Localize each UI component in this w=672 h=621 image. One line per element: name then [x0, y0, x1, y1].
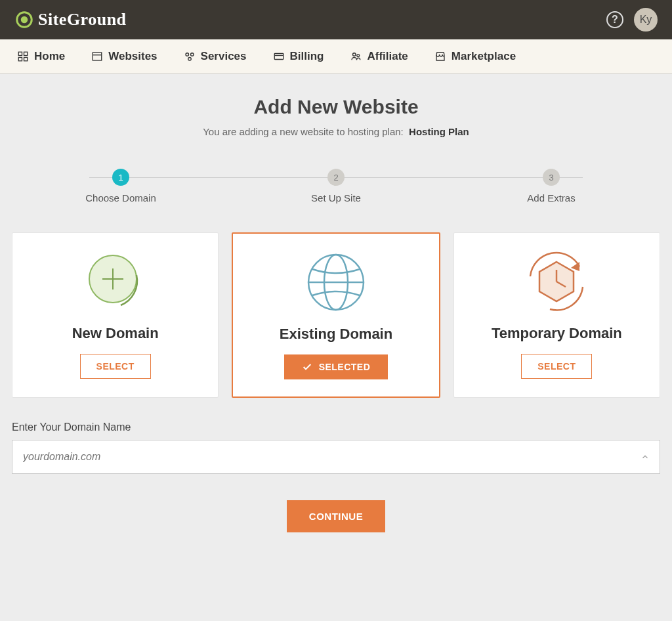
card-temporary-domain[interactable]: Temporary Domain SELECT — [453, 232, 660, 398]
select-temporary-domain-button[interactable]: SELECT — [521, 354, 592, 379]
domain-option-cards: New Domain SELECT Existing Domain SELECT… — [12, 232, 660, 398]
domain-input-wrap — [12, 440, 660, 474]
nav-label: Billing — [290, 50, 324, 63]
services-icon — [184, 51, 196, 62]
plan-name: Hosting Plan — [409, 126, 469, 137]
step-add-extras[interactable]: 3 Add Extras — [512, 169, 591, 203]
continue-wrap: CONTINUE — [12, 500, 660, 532]
clock-hexagon-icon — [524, 250, 589, 313]
step-label: Set Up Site — [311, 192, 361, 203]
button-label: SELECTED — [319, 362, 371, 372]
svg-point-1 — [21, 16, 28, 24]
svg-rect-5 — [24, 57, 28, 60]
top-right-controls: ? Ky — [606, 8, 658, 32]
window-icon — [91, 51, 103, 62]
card-title: Existing Domain — [280, 326, 392, 343]
plus-circle-icon — [83, 250, 148, 313]
select-new-domain-button[interactable]: SELECT — [80, 354, 151, 379]
card-title: Temporary Domain — [492, 325, 622, 342]
nav-billing[interactable]: Billing — [273, 50, 324, 63]
svg-rect-3 — [24, 52, 28, 55]
nav-label: Marketplace — [452, 50, 516, 63]
brand-logo[interactable]: SiteGround — [14, 10, 127, 30]
nav-marketplace[interactable]: Marketplace — [434, 50, 516, 63]
step-set-up-site[interactable]: 2 Set Up Site — [297, 169, 375, 203]
nav-services[interactable]: Services — [184, 50, 247, 63]
brand-mark-icon — [14, 10, 34, 30]
card-new-domain[interactable]: New Domain SELECT — [12, 232, 219, 398]
step-number: 1 — [112, 169, 129, 186]
nav-label: Services — [201, 50, 247, 63]
card-icon — [273, 51, 285, 62]
check-icon — [302, 362, 312, 372]
step-number: 2 — [327, 169, 345, 186]
card-title: New Domain — [72, 325, 159, 342]
page-title: Add New Website — [12, 96, 660, 118]
shop-icon — [434, 51, 446, 62]
users-icon — [350, 51, 362, 62]
continue-button[interactable]: CONTINUE — [287, 500, 385, 532]
svg-point-10 — [188, 57, 191, 60]
brand-name: SiteGround — [38, 10, 127, 30]
step-choose-domain[interactable]: 1 Choose Domain — [81, 169, 160, 203]
domain-field-label: Enter Your Domain Name — [12, 421, 660, 433]
svg-point-9 — [190, 53, 194, 56]
grid-icon — [17, 51, 29, 62]
progress-steps: 1 Choose Domain 2 Set Up Site 3 Add Extr… — [81, 169, 591, 203]
nav-label: Home — [34, 50, 65, 63]
nav-label: Websites — [108, 50, 157, 63]
svg-rect-11 — [274, 53, 284, 59]
card-existing-domain[interactable]: Existing Domain SELECTED — [232, 232, 440, 398]
user-avatar[interactable]: Ky — [634, 8, 658, 32]
step-number: 3 — [543, 169, 560, 186]
svg-point-14 — [357, 54, 360, 56]
main-nav: Home Websites Services Billing Affiliate… — [0, 39, 672, 74]
nav-websites[interactable]: Websites — [91, 50, 157, 63]
svg-point-13 — [353, 53, 356, 56]
page-subtitle: You are adding a new website to hosting … — [12, 126, 660, 137]
domain-input[interactable] — [12, 440, 660, 474]
nav-affiliate[interactable]: Affiliate — [350, 50, 408, 63]
step-label: Add Extras — [527, 192, 575, 203]
globe-icon — [304, 251, 368, 314]
main-content: Add New Website You are adding a new web… — [0, 74, 672, 572]
svg-point-8 — [186, 53, 189, 56]
subtitle-prefix: You are adding a new website to hosting … — [203, 126, 404, 137]
selected-existing-domain-button[interactable]: SELECTED — [284, 354, 388, 379]
svg-rect-6 — [93, 53, 102, 60]
step-label: Choose Domain — [85, 192, 156, 203]
help-icon[interactable]: ? — [606, 11, 623, 28]
nav-label: Affiliate — [367, 50, 408, 63]
svg-rect-2 — [18, 52, 22, 55]
top-bar: SiteGround ? Ky — [0, 0, 672, 39]
svg-rect-4 — [18, 57, 22, 60]
nav-home[interactable]: Home — [17, 50, 65, 63]
